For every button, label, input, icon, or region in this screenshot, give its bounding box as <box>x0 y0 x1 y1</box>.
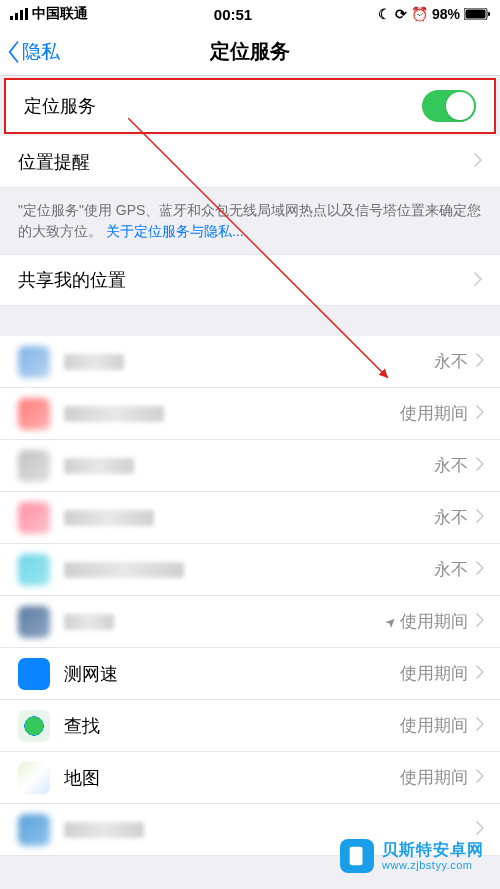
location-alerts-row[interactable]: 位置提醒 <box>0 136 500 188</box>
signal-icon <box>10 8 28 20</box>
app-name-label <box>64 458 434 474</box>
app-row[interactable]: ➤使用期间 <box>0 596 500 648</box>
status-left: 中国联通 <box>10 5 88 23</box>
app-icon <box>18 502 50 534</box>
battery-icon <box>464 8 490 20</box>
app-icon <box>18 346 50 378</box>
app-icon <box>18 658 50 690</box>
chevron-right-icon <box>476 405 484 423</box>
app-status-value: 使用期间 <box>400 662 468 685</box>
app-status-value: ➤使用期间 <box>385 610 468 633</box>
section-gap <box>0 306 500 336</box>
chevron-right-icon <box>476 457 484 475</box>
app-name-label <box>64 562 434 578</box>
app-icon <box>18 762 50 794</box>
app-status-value: 永不 <box>434 350 468 373</box>
app-name-label <box>64 510 434 526</box>
app-name-label <box>64 614 385 630</box>
app-icon <box>18 814 50 846</box>
chevron-right-icon <box>476 561 484 579</box>
chevron-right-icon <box>476 353 484 371</box>
lock-icon: ⟳ <box>395 6 407 22</box>
app-name-label <box>64 406 400 422</box>
svg-rect-0 <box>10 16 13 20</box>
app-icon <box>18 606 50 638</box>
alarm-icon: ⏰ <box>411 6 428 22</box>
app-row[interactable]: 测网速使用期间 <box>0 648 500 700</box>
moon-icon: ☾ <box>378 6 391 22</box>
app-name-label <box>64 354 434 370</box>
location-description: "定位服务"使用 GPS、蓝牙和众包无线局域网热点以及信号塔位置来确定您的大致方… <box>0 188 500 254</box>
back-button[interactable]: 隐私 <box>0 39 60 65</box>
app-name-label: 测网速 <box>64 662 400 686</box>
app-name-label <box>64 822 468 838</box>
app-status-value: 使用期间 <box>400 714 468 737</box>
app-status-value: 永不 <box>434 558 468 581</box>
app-icon <box>18 710 50 742</box>
chevron-right-icon <box>474 270 482 291</box>
app-status-value: 使用期间 <box>400 402 468 425</box>
location-services-row[interactable]: 定位服务 <box>6 80 494 132</box>
app-row[interactable]: 使用期间 <box>0 388 500 440</box>
app-icon <box>18 554 50 586</box>
app-row[interactable]: 永不 <box>0 492 500 544</box>
description-text: "定位服务"使用 GPS、蓝牙和众包无线局域网热点以及信号塔位置来确定您的大致方… <box>18 202 481 239</box>
chevron-right-icon <box>476 509 484 527</box>
app-row[interactable]: 查找使用期间 <box>0 700 500 752</box>
nav-bar: 隐私 定位服务 <box>0 28 500 76</box>
share-location-label: 共享我的位置 <box>18 268 466 292</box>
app-name-label: 查找 <box>64 714 400 738</box>
chevron-left-icon <box>6 41 20 63</box>
chevron-right-icon <box>476 769 484 787</box>
svg-rect-1 <box>15 13 18 20</box>
app-list: 永不使用期间永不永不永不➤使用期间测网速使用期间查找使用期间地图使用期间 <box>0 336 500 856</box>
app-row[interactable]: 永不 <box>0 440 500 492</box>
watermark-logo-icon <box>340 839 374 873</box>
watermark-domain: www.zjbstyy.com <box>382 859 484 871</box>
app-name-label: 地图 <box>64 766 400 790</box>
svg-rect-5 <box>466 10 486 19</box>
page-title: 定位服务 <box>0 38 500 65</box>
battery-pct: 98% <box>432 6 460 22</box>
share-location-row[interactable]: 共享我的位置 <box>0 254 500 306</box>
location-services-label: 定位服务 <box>24 94 422 118</box>
svg-rect-3 <box>25 8 28 20</box>
status-bar: 中国联通 00:51 ☾ ⟳ ⏰ 98% <box>0 0 500 28</box>
clock: 00:51 <box>214 6 252 23</box>
app-icon <box>18 450 50 482</box>
watermark-name: 贝斯特安卓网 <box>382 841 484 859</box>
location-alerts-label: 位置提醒 <box>18 150 466 174</box>
privacy-link[interactable]: 关于定位服务与隐私... <box>106 223 244 239</box>
watermark: 贝斯特安卓网 www.zjbstyy.com <box>340 839 484 873</box>
back-label: 隐私 <box>22 39 60 65</box>
chevron-right-icon <box>476 821 484 839</box>
watermark-text: 贝斯特安卓网 www.zjbstyy.com <box>382 841 484 871</box>
status-right: ☾ ⟳ ⏰ 98% <box>378 6 490 22</box>
app-row[interactable]: 地图使用期间 <box>0 752 500 804</box>
carrier-label: 中国联通 <box>32 5 88 23</box>
chevron-right-icon <box>474 151 482 172</box>
location-services-toggle[interactable] <box>422 90 476 122</box>
app-status-value: 永不 <box>434 454 468 477</box>
app-icon <box>18 398 50 430</box>
app-status-value: 永不 <box>434 506 468 529</box>
chevron-right-icon <box>476 717 484 735</box>
app-row[interactable]: 永不 <box>0 544 500 596</box>
svg-rect-6 <box>488 12 490 16</box>
chevron-right-icon <box>476 613 484 631</box>
svg-rect-2 <box>20 10 23 20</box>
app-row[interactable]: 永不 <box>0 336 500 388</box>
chevron-right-icon <box>476 665 484 683</box>
location-arrow-icon: ➤ <box>381 612 399 630</box>
app-status-value: 使用期间 <box>400 766 468 789</box>
highlight-annotation: 定位服务 <box>4 78 496 134</box>
